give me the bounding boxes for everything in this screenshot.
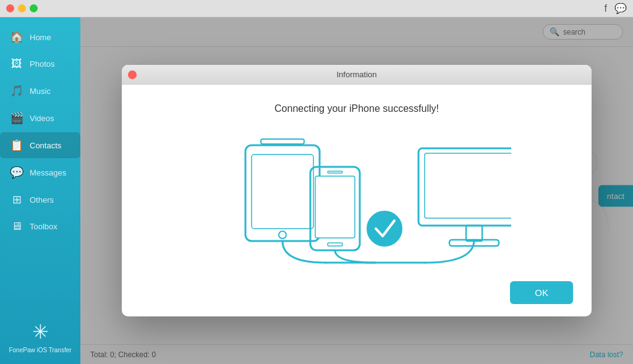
sidebar-label-others: Others <box>30 195 54 205</box>
home-icon: 🏠 <box>10 30 23 44</box>
photos-icon: 🖼 <box>10 57 23 70</box>
svg-point-9 <box>366 210 403 247</box>
sidebar: 🏠 Home 🖼 Photos 🎵 Music 🎬 Videos 📋 Conta… <box>0 17 80 364</box>
svg-rect-6 <box>315 176 355 238</box>
close-button[interactable] <box>6 4 14 12</box>
title-bar-actions: f 💬 <box>605 2 627 14</box>
toolbox-icon: 🖥 <box>10 220 23 233</box>
modal-message: Connecting your iPhone successfully! <box>274 103 439 114</box>
traffic-lights <box>6 4 38 12</box>
modal-body: Connecting your iPhone successfully! <box>122 85 592 281</box>
facebook-icon[interactable]: f <box>605 3 607 14</box>
sidebar-item-others[interactable]: ⊞ Others <box>0 187 80 213</box>
videos-icon: 🎬 <box>10 111 23 125</box>
modal-overlay: Information Connecting your iPhone succe… <box>80 17 633 364</box>
modal-dialog: Information Connecting your iPhone succe… <box>122 65 592 316</box>
sidebar-label-music: Music <box>30 87 51 96</box>
message-icon[interactable]: 💬 <box>614 2 627 14</box>
sidebar-label-contacts: Contacts <box>30 141 61 150</box>
others-icon: ⊞ <box>10 193 23 206</box>
sidebar-label-photos: Photos <box>30 59 54 69</box>
modal-close-button[interactable] <box>128 70 137 79</box>
svg-rect-12 <box>466 226 482 241</box>
devices-illustration <box>202 133 511 269</box>
brand-text: FonePaw iOS Transfer <box>4 346 76 354</box>
title-bar: f 💬 <box>0 0 633 17</box>
sidebar-label-videos: Videos <box>30 114 54 123</box>
sidebar-item-music[interactable]: 🎵 Music <box>0 78 80 104</box>
brand-icon: ✳ <box>4 320 76 344</box>
sidebar-item-photos[interactable]: 🖼 Photos <box>0 51 80 77</box>
svg-rect-2 <box>261 139 304 144</box>
modal-title: Information <box>336 70 376 79</box>
sidebar-item-videos[interactable]: 🎬 Videos <box>0 105 80 131</box>
music-icon: 🎵 <box>10 84 23 98</box>
sidebar-label-messages: Messages <box>30 168 66 177</box>
minimize-button[interactable] <box>18 4 26 12</box>
sidebar-item-home[interactable]: 🏠 Home <box>0 24 80 50</box>
modal-footer: OK <box>122 281 592 316</box>
sidebar-item-contacts[interactable]: 📋 Contacts <box>0 132 80 158</box>
maximize-button[interactable] <box>30 4 38 12</box>
svg-rect-3 <box>252 154 313 229</box>
svg-rect-8 <box>328 171 342 173</box>
modal-titlebar: Information <box>122 65 592 85</box>
svg-rect-7 <box>328 243 342 246</box>
contacts-icon: 📋 <box>10 138 23 152</box>
svg-point-4 <box>279 231 286 239</box>
sidebar-item-messages[interactable]: 💬 Messages <box>0 159 80 185</box>
messages-icon: 💬 <box>10 166 23 179</box>
sidebar-item-toolbox[interactable]: 🖥 Toolbox <box>0 214 80 239</box>
ok-button[interactable]: OK <box>510 281 573 304</box>
svg-rect-11 <box>425 153 511 218</box>
sidebar-label-home: Home <box>30 33 51 42</box>
sidebar-brand: ✳ FonePaw iOS Transfer <box>4 320 76 354</box>
sidebar-label-toolbox: Toolbox <box>30 222 57 231</box>
